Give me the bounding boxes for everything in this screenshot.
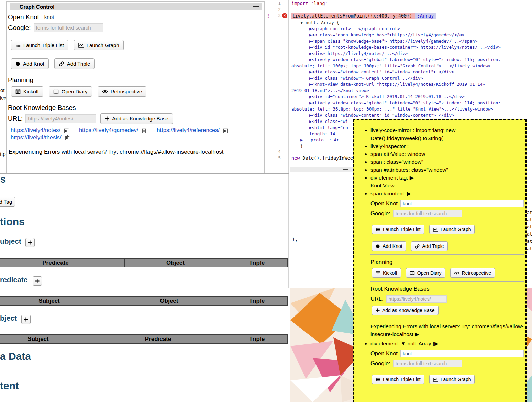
add-knowledge-base-button[interactable]: Add as Knowledge Base (100, 113, 173, 124)
add-tag-label: d Tag (0, 199, 12, 205)
open-knot-label: Open Knot (370, 199, 398, 207)
add-subject-button[interactable] (25, 238, 35, 247)
page-heading-fragment: s (0, 174, 6, 185)
trash-icon[interactable] (223, 128, 228, 133)
button-label: Retrospective (111, 89, 142, 94)
plus-icon (35, 279, 40, 283)
launch-triple-list-button[interactable]: Launch Triple List (11, 40, 68, 50)
google-search-input[interactable] (393, 210, 462, 217)
column-header: Predicate (90, 335, 226, 344)
button-label: Kickoff (383, 270, 397, 276)
open-knot-input[interactable] (400, 200, 524, 207)
add-triple-button[interactable]: Add Triple (54, 58, 95, 69)
url-label: URL: (8, 115, 23, 123)
launch-graph-button[interactable]: Launch Graph (429, 375, 475, 384)
google-label: Google: (8, 24, 31, 32)
open-diary-button[interactable]: Open Diary (49, 86, 92, 97)
knot-icon (376, 244, 380, 249)
launch-triple-list-button[interactable]: Launch Triple List (372, 375, 424, 384)
launch-graph-button[interactable]: Launch Graph (74, 40, 124, 50)
meta-data-heading-fragment: a Data (0, 351, 31, 362)
retrospective-button[interactable]: Retrospective (450, 268, 495, 278)
launch-graph-button[interactable]: Launch Graph (429, 225, 475, 234)
table-header-row: Subject Object Triple (0, 297, 288, 306)
launch-triple-list-button[interactable]: Launch Triple List (372, 225, 424, 234)
window-menu-icon[interactable]: ≡ (13, 4, 16, 9)
button-label: Kickoff (23, 89, 39, 94)
kb-link-gamedev[interactable]: https://lively4/gamedev/ (79, 127, 138, 134)
kickoff-button[interactable]: Kickoff (372, 268, 401, 278)
google-search-input[interactable] (393, 360, 462, 367)
object-heading-fragment: bject (0, 314, 17, 322)
tooltip-item-list: lively-code-mirror : import 'lang' new D… (358, 126, 524, 384)
kb-link-references[interactable]: https://lively4/references/ (157, 127, 220, 134)
button-label: Launch Graph (441, 227, 471, 232)
trash-icon[interactable] (65, 135, 70, 140)
object-relations-table: Subject Predicate Triple (0, 334, 288, 344)
kb-link-thesis[interactable]: https://lively4/thesis/ (11, 134, 62, 141)
add-tag-button[interactable]: d Tag (0, 197, 15, 207)
add-predicate-button[interactable] (33, 276, 42, 286)
divider (8, 100, 264, 100)
text-fragment: ot (0, 87, 5, 93)
open-knot-input[interactable] (42, 13, 264, 21)
column-header: Triple (226, 335, 288, 344)
knowledge-base-url-input[interactable] (386, 295, 447, 303)
window-minimize-button[interactable] (253, 6, 259, 7)
tooltip-item-text: span #attributes: class="window" (370, 167, 448, 173)
tooltip-item-text[interactable]: div element: ▼ null: Array {▶ (370, 341, 439, 346)
divider (8, 54, 264, 54)
tooltip-item-text[interactable]: span #content: ▶ (370, 191, 411, 196)
tooltip-item: span : class="window" (370, 158, 524, 166)
trash-icon[interactable] (142, 128, 146, 133)
button-label: Open Diary (62, 89, 88, 94)
tooltip-item: lively-code-mirror : import 'lang' new D… (370, 126, 524, 142)
url-label: URL: (370, 295, 384, 303)
kb-link-notes[interactable]: https://lively4/notes/ (11, 127, 60, 134)
knot-icon (15, 61, 20, 66)
tooltip-item-text[interactable]: div element tag: ▶ (370, 175, 414, 181)
divider (370, 238, 524, 238)
hint-text: Experiencing Errors with local server? T… (370, 323, 523, 337)
column-header: Predicate (0, 259, 125, 267)
table-header-row: Subject Predicate Triple (0, 335, 288, 344)
button-label: Retrospective (462, 270, 491, 276)
divider (8, 35, 264, 35)
list-icon (15, 43, 21, 48)
add-knot-button[interactable]: Add Knot (372, 241, 406, 251)
google-search-input[interactable] (34, 23, 103, 32)
root-knowledge-bases-heading: Root Knowledge Bases (8, 104, 264, 112)
window-titlebar[interactable]: ≡ Graph Control (10, 3, 262, 10)
window-bottom-edge (0, 173, 289, 174)
open-diary-button[interactable]: Open Diary (406, 268, 445, 278)
add-knowledge-base-button[interactable]: Add as Knowledge Base (372, 306, 439, 315)
predicate-heading-fragment: redicate (0, 276, 28, 284)
trash-icon[interactable] (64, 128, 69, 133)
knowledge-base-item: https://lively4/references/ (157, 127, 228, 134)
knowledge-base-item: https://lively4/notes/ (11, 127, 69, 134)
list-icon (376, 227, 380, 232)
button-label: Add Triple (67, 61, 90, 67)
retrospective-button[interactable]: Retrospective (98, 86, 147, 97)
button-label: Add Knot (23, 61, 44, 67)
divider (8, 144, 264, 144)
kickoff-button[interactable]: Kickoff (11, 86, 43, 97)
add-knot-button[interactable]: Add Knot (11, 58, 49, 69)
local-server-hint: Experiencing Errors with local server? T… (370, 322, 524, 338)
predicate-relations-table: Subject Object Triple (0, 296, 288, 306)
add-object-button[interactable] (21, 315, 31, 324)
divider (370, 221, 524, 221)
knowledge-base-url-input[interactable] (25, 114, 96, 123)
button-label: Add Knot (383, 243, 402, 249)
column-header: Object (125, 259, 226, 267)
tooltip-item: div element tag: ▶ Knot View (370, 174, 524, 189)
plus-icon (28, 240, 32, 245)
embedded-graph-control: Open Knot Google: Launch Triple List (370, 349, 524, 384)
open-knot-input[interactable] (400, 350, 524, 357)
add-triple-button[interactable]: Add Triple (411, 241, 448, 251)
plus-icon (105, 116, 109, 121)
expand-icon[interactable]: ▶ (415, 331, 419, 337)
column-header: Object (112, 297, 226, 306)
tooltip-item-text: lively-inspector : (370, 143, 409, 149)
plus-icon (376, 308, 380, 312)
